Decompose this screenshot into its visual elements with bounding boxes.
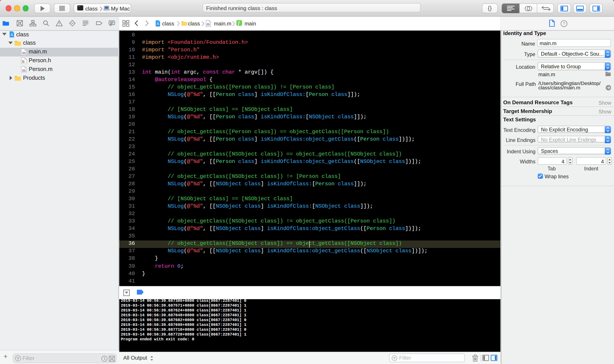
svg-text:h: h [22,59,25,64]
svg-text:m: m [22,50,26,55]
svg-text:m: m [22,68,26,73]
svg-text:m: m [207,22,210,26]
